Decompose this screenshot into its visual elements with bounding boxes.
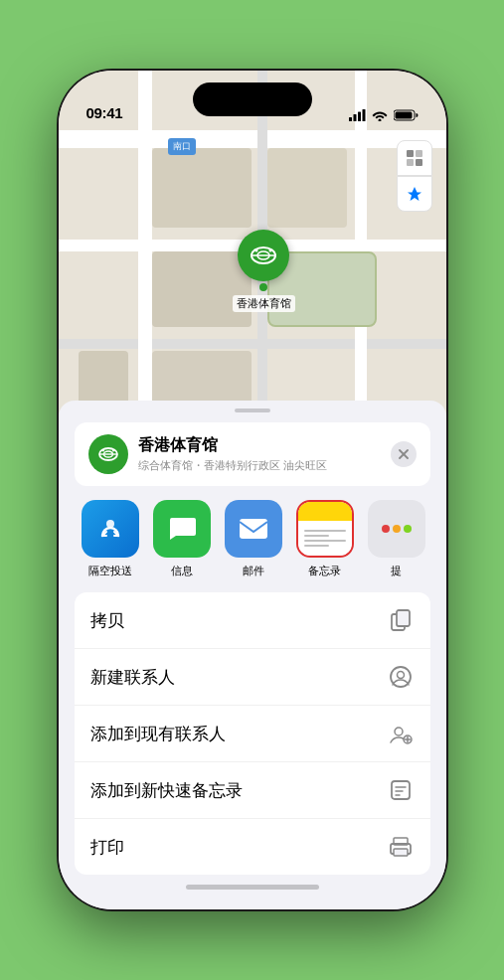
- notes-line-3: [304, 540, 346, 542]
- menu-item-new-contact[interactable]: 新建联系人: [75, 649, 430, 706]
- svg-rect-1: [353, 114, 356, 121]
- add-contact-icon: [387, 720, 415, 747]
- svg-rect-3: [362, 109, 365, 121]
- menu-list: 拷贝 新建联系人: [75, 592, 430, 875]
- mail-icon-wrap: [225, 500, 282, 558]
- svg-point-13: [255, 249, 258, 252]
- svg-rect-7: [416, 150, 422, 157]
- phone-frame: 09:41: [59, 71, 446, 909]
- stadium-pin: 香港体育馆: [233, 230, 295, 312]
- new-contact-icon: [387, 663, 415, 691]
- svg-rect-8: [407, 159, 414, 166]
- menu-item-quick-note-label: 添加到新快速备忘录: [90, 779, 243, 802]
- sheet-handle: [235, 408, 270, 412]
- share-item-notes[interactable]: 备忘录: [289, 500, 361, 578]
- map-controls: [397, 140, 432, 212]
- svg-rect-25: [397, 610, 410, 626]
- more-dots: [382, 525, 412, 533]
- share-row: 隔空投送 信息: [59, 486, 446, 578]
- dot-red: [382, 525, 390, 533]
- map-south-exit-label: 南口: [168, 138, 196, 155]
- pin-circle: [238, 230, 289, 281]
- menu-item-add-existing-label: 添加到现有联系人: [90, 723, 226, 745]
- svg-point-18: [102, 450, 104, 452]
- svg-rect-5: [395, 112, 412, 119]
- signal-icon: [349, 109, 366, 121]
- svg-rect-0: [349, 117, 352, 121]
- more-icon-wrap: [368, 500, 425, 558]
- battery-icon: [394, 109, 419, 121]
- notes-lines: [298, 521, 352, 556]
- dot-orange: [393, 525, 401, 533]
- share-item-mail[interactable]: 邮件: [218, 500, 289, 578]
- notes-line-1: [304, 530, 346, 532]
- svg-point-19: [112, 450, 114, 452]
- svg-point-14: [269, 249, 272, 252]
- menu-item-copy-label: 拷贝: [90, 609, 124, 632]
- notes-inner: [298, 502, 352, 556]
- mail-label: 邮件: [243, 564, 264, 578]
- location-subtitle: 综合体育馆・香港特别行政区 油尖旺区: [138, 458, 381, 473]
- notes-label: 备忘录: [308, 564, 341, 578]
- more-label: 提: [391, 564, 402, 578]
- svg-rect-2: [358, 112, 361, 122]
- quick-note-icon: [387, 776, 415, 804]
- message-label: 信息: [171, 564, 193, 578]
- menu-item-new-contact-label: 新建联系人: [90, 666, 175, 689]
- svg-rect-37: [394, 849, 408, 856]
- svg-point-28: [395, 728, 403, 735]
- phone-screen: 09:41: [59, 71, 446, 909]
- dot-green: [404, 525, 412, 533]
- notes-header: [298, 502, 352, 521]
- menu-item-print-label: 打印: [90, 836, 124, 859]
- location-text: 香港体育馆 综合体育馆・香港特别行政区 油尖旺区: [138, 435, 381, 473]
- share-item-airdrop[interactable]: 隔空投送: [75, 500, 146, 578]
- notes-icon-wrap: [296, 500, 354, 558]
- svg-point-27: [397, 672, 404, 679]
- status-icons: [349, 109, 419, 121]
- message-icon-wrap: [153, 500, 211, 558]
- notes-line-2: [304, 535, 329, 537]
- bottom-sheet: 香港体育馆 综合体育馆・香港特别行政区 油尖旺区: [59, 401, 446, 909]
- svg-rect-6: [407, 150, 414, 157]
- location-venue-icon: [88, 434, 128, 474]
- copy-icon: [387, 606, 415, 634]
- map-type-button[interactable]: [397, 140, 432, 176]
- svg-rect-23: [240, 519, 267, 539]
- menu-item-print[interactable]: 打印: [75, 819, 430, 875]
- pin-label: 香港体育馆: [233, 295, 295, 312]
- share-item-message[interactable]: 信息: [146, 500, 218, 578]
- airdrop-label: 隔空投送: [88, 564, 132, 578]
- notes-line-4: [304, 545, 329, 547]
- menu-item-add-existing-contact[interactable]: 添加到现有联系人: [75, 706, 430, 762]
- print-icon: [387, 833, 415, 861]
- svg-rect-32: [392, 781, 410, 799]
- menu-item-quick-note[interactable]: 添加到新快速备忘录: [75, 762, 430, 819]
- location-button[interactable]: [397, 176, 432, 212]
- wifi-icon: [372, 109, 388, 121]
- share-item-more[interactable]: 提: [361, 500, 432, 578]
- airdrop-icon-wrap: [82, 500, 139, 558]
- home-indicator: [186, 885, 319, 890]
- location-name: 香港体育馆: [138, 435, 381, 456]
- close-button[interactable]: [391, 441, 417, 467]
- pin-dot: [259, 283, 267, 291]
- status-time: 09:41: [86, 104, 123, 121]
- location-card: 香港体育馆 综合体育馆・香港特别行政区 油尖旺区: [75, 422, 430, 486]
- dynamic-island: [193, 82, 312, 116]
- menu-item-copy[interactable]: 拷贝: [75, 592, 430, 649]
- svg-rect-9: [416, 159, 422, 166]
